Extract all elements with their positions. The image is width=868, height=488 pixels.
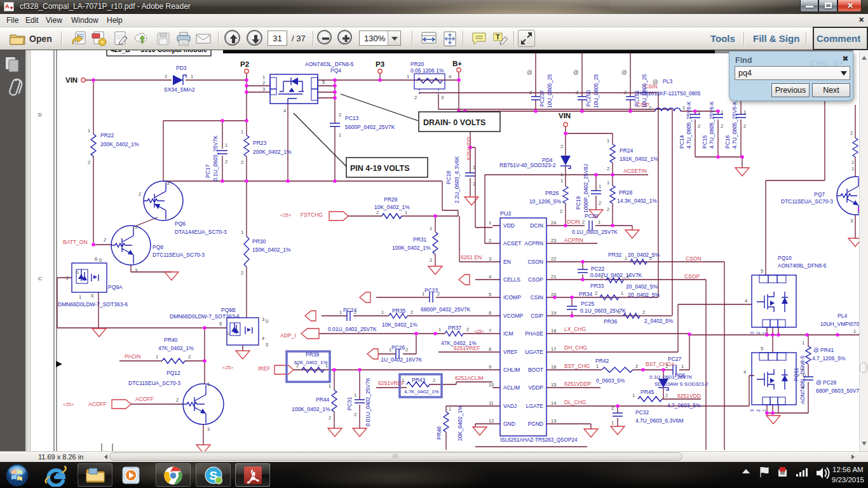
svg-text:PR28: PR28 bbox=[619, 189, 633, 196]
svg-text:VIN: VIN bbox=[65, 76, 78, 84]
svg-text:9: 9 bbox=[489, 364, 491, 370]
svg-text:PC20: PC20 bbox=[585, 213, 599, 219]
svg-text:<25>: <25> bbox=[222, 365, 234, 370]
svg-text:2: 2 bbox=[642, 309, 645, 315]
svg-text:PACIN: PACIN bbox=[125, 353, 140, 360]
svg-text:PGND: PGND bbox=[527, 421, 543, 427]
svg-text:VDD: VDD bbox=[503, 222, 515, 229]
svg-text:@ PC28: @ PC28 bbox=[816, 379, 837, 386]
svg-text:4: 4 bbox=[283, 108, 286, 114]
svg-text:PR36: PR36 bbox=[604, 318, 618, 325]
svg-text:2: 2 bbox=[176, 397, 179, 403]
svg-text:PQ8: PQ8 bbox=[153, 244, 163, 250]
svg-text:5: 5 bbox=[761, 268, 763, 274]
svg-text:CSOP: CSOP bbox=[684, 273, 700, 280]
svg-text:0_0603_5%: 0_0603_5% bbox=[596, 377, 625, 384]
svg-text:ACLIM: ACLIM bbox=[503, 384, 520, 391]
svg-text:16: 16 bbox=[551, 364, 556, 370]
svg-text:0.1U_0603_25V7K: 0.1U_0603_25V7K bbox=[212, 135, 219, 181]
svg-text:2: 2 bbox=[188, 354, 191, 360]
svg-text:5600P_0402_25V7K: 5600P_0402_25V7K bbox=[345, 124, 395, 130]
svg-text:2: 2 bbox=[802, 366, 804, 372]
svg-text:3: 3 bbox=[441, 95, 444, 100]
svg-text:DCIN: DCIN bbox=[530, 222, 543, 229]
svg-text:P2: P2 bbox=[240, 60, 249, 68]
svg-text:<25>: <25> bbox=[63, 402, 74, 407]
svg-text:PR34: PR34 bbox=[579, 291, 593, 297]
svg-text:2: 2 bbox=[354, 412, 356, 417]
svg-text:PR35: PR35 bbox=[392, 308, 406, 314]
svg-text:AON7408L_DFN8-5: AON7408L_DFN8-5 bbox=[799, 355, 806, 404]
svg-text:PQ6: PQ6 bbox=[175, 220, 186, 227]
svg-text:PC23: PC23 bbox=[424, 287, 438, 294]
svg-text:1: 1 bbox=[422, 291, 424, 297]
svg-text:.1U_0402_16V7K: .1U_0402_16V7K bbox=[379, 356, 422, 363]
svg-text:VADJ: VADJ bbox=[503, 403, 517, 409]
svg-text:PC26: PC26 bbox=[391, 344, 405, 351]
svg-text:2: 2 bbox=[560, 208, 562, 214]
svg-text:CHLIM: CHLIM bbox=[503, 367, 520, 373]
svg-text:6: 6 bbox=[489, 310, 491, 316]
svg-text:PL3: PL3 bbox=[663, 78, 672, 85]
svg-text:6251VDD: 6251VDD bbox=[677, 393, 701, 399]
svg-text:3: 3 bbox=[750, 332, 754, 334]
svg-text:PC19: PC19 bbox=[575, 196, 581, 210]
svg-text:<25>: <25> bbox=[474, 329, 484, 334]
svg-text:EN: EN bbox=[503, 259, 511, 265]
svg-text:2: 2 bbox=[104, 237, 106, 243]
svg-text:1: 1 bbox=[191, 74, 193, 79]
svg-text:4: 4 bbox=[449, 74, 451, 79]
svg-text:100K_0402_1%: 100K_0402_1% bbox=[292, 406, 330, 412]
svg-text:11: 11 bbox=[489, 400, 494, 406]
svg-text:1: 1 bbox=[618, 309, 620, 315]
svg-text:5: 5 bbox=[322, 79, 325, 85]
svg-text:G: G bbox=[226, 331, 229, 336]
svg-text:22: 22 bbox=[551, 256, 556, 262]
svg-text:2: 2 bbox=[241, 159, 243, 165]
svg-text:1: 1 bbox=[473, 165, 475, 170]
svg-text:3: 3 bbox=[850, 218, 853, 224]
svg-text:PR43: PR43 bbox=[412, 377, 426, 383]
svg-text:2: 2 bbox=[165, 74, 167, 79]
svg-text:2: 2 bbox=[756, 332, 761, 334]
svg-text:1: 1 bbox=[241, 129, 243, 135]
svg-text:150K_0402_1%: 150K_0402_1% bbox=[252, 247, 291, 253]
svg-text:2: 2 bbox=[576, 90, 578, 95]
svg-text:2: 2 bbox=[430, 257, 432, 263]
svg-text:4: 4 bbox=[745, 298, 747, 304]
svg-text:1: 1 bbox=[449, 406, 451, 412]
svg-text:PR42: PR42 bbox=[595, 358, 609, 364]
svg-text:4: 4 bbox=[743, 369, 746, 375]
svg-text:6251VREF: 6251VREF bbox=[378, 380, 405, 386]
svg-text:D: D bbox=[99, 258, 102, 262]
svg-text:PD5: PD5 bbox=[675, 372, 686, 379]
svg-text:PR46: PR46 bbox=[436, 426, 442, 440]
svg-text:PR26: PR26 bbox=[545, 190, 559, 196]
svg-text:2: 2 bbox=[627, 274, 629, 280]
svg-text:C: C bbox=[38, 276, 42, 281]
svg-text:1: 1 bbox=[389, 347, 391, 353]
svg-text:UGATE: UGATE bbox=[525, 349, 543, 355]
svg-text:2_0402_5%: 2_0402_5% bbox=[644, 318, 674, 324]
svg-text:2: 2 bbox=[376, 210, 379, 215]
svg-text:0.05 1206 1%: 0.05 1206 1% bbox=[410, 67, 444, 74]
svg-text:4.7K_0402_1%: 4.7K_0402_1% bbox=[404, 389, 439, 395]
svg-text:CSIP: CSIP bbox=[531, 313, 543, 319]
svg-text:1: 1 bbox=[135, 224, 137, 230]
svg-text:2: 2 bbox=[698, 123, 700, 129]
svg-text:1: 1 bbox=[489, 220, 491, 226]
svg-text:@: @ bbox=[527, 69, 532, 76]
svg-text:20_0402_5%: 20_0402_5% bbox=[628, 292, 660, 298]
svg-text:S: S bbox=[266, 342, 269, 347]
svg-text:2.2U_0603_6.3V6K: 2.2U_0603_6.3V6K bbox=[454, 156, 460, 203]
svg-text:2: 2 bbox=[339, 112, 341, 118]
svg-text:PR23: PR23 bbox=[253, 140, 267, 146]
svg-text:2: 2 bbox=[756, 409, 761, 412]
svg-text:1: 1 bbox=[407, 74, 409, 79]
svg-text:PIN 4-19 VOLTS: PIN 4-19 VOLTS bbox=[350, 164, 410, 173]
svg-text:T: T bbox=[496, 33, 500, 41]
svg-text:DMN66D0LDW-7_SOT363-6: DMN66D0LDW-7_SOT363-6 bbox=[170, 313, 240, 320]
svg-text:PR39: PR39 bbox=[306, 351, 320, 358]
svg-text:PU2: PU2 bbox=[500, 210, 512, 217]
svg-text:2: 2 bbox=[529, 90, 532, 95]
